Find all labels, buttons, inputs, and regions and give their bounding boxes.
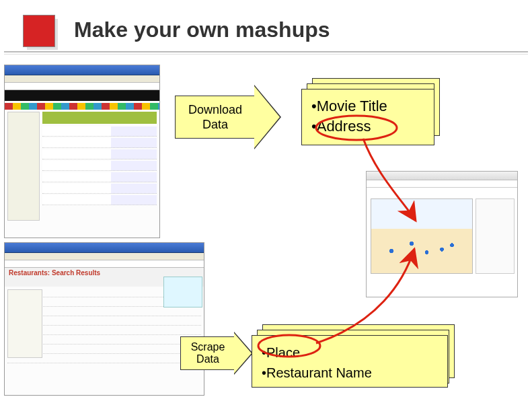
- note1-bullet1-text: Movie Title: [317, 98, 387, 114]
- arrow-scrape-data: Scrape Data: [180, 336, 235, 370]
- note1-bullet1: •Movie Title: [311, 96, 424, 116]
- note2-bullet1-text: Place: [266, 345, 300, 360]
- note2-bullet2: •Restaurant Name: [262, 363, 438, 383]
- slide-title: Make your own mashups: [74, 17, 330, 42]
- bullet-icon: •: [262, 365, 266, 380]
- arrow2-head-fill-icon: [234, 333, 252, 373]
- bullet-icon: •: [262, 345, 266, 360]
- bullet-icon: •: [311, 98, 317, 114]
- bullet-icon: •: [311, 118, 317, 135]
- arrow-download-data: Download Data: [175, 96, 256, 139]
- output-screenshot-map: [366, 171, 518, 297]
- arrow2-line1: Scrape: [191, 341, 225, 353]
- note1-bullet2: •Address: [311, 116, 424, 137]
- note2-bullet1: •Place: [262, 342, 438, 363]
- arrow2-line2: Data: [196, 353, 219, 365]
- logo-square-icon: [23, 15, 55, 47]
- note1-bullet2-text: Address: [317, 118, 371, 135]
- divider-bottom: [4, 54, 528, 55]
- slide-stage: Make your own mashups Restaurants: Searc…: [0, 0, 532, 399]
- source-screenshot-restaurants: Restaurants: Search Results: [4, 242, 204, 396]
- source-screenshot-movies: [4, 65, 160, 238]
- note2-bullet2-text: Restaurant Name: [266, 365, 372, 380]
- map-icon: [371, 198, 473, 274]
- arrow1-head-fill-icon: [254, 86, 280, 148]
- arrow1-line1: Download: [188, 103, 242, 116]
- title-bar: Make your own mashups: [0, 12, 532, 51]
- arrow1-line2: Data: [202, 118, 228, 131]
- divider-top: [4, 51, 528, 52]
